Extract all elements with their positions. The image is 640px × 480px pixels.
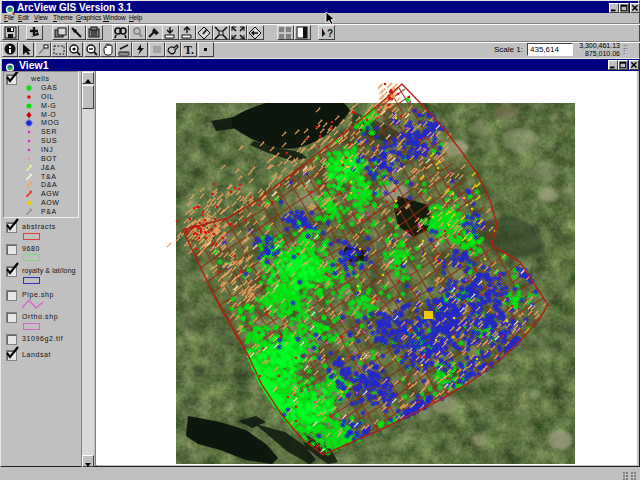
svg-text:T.: T. <box>184 43 194 56</box>
svg-text:?: ? <box>327 28 333 39</box>
